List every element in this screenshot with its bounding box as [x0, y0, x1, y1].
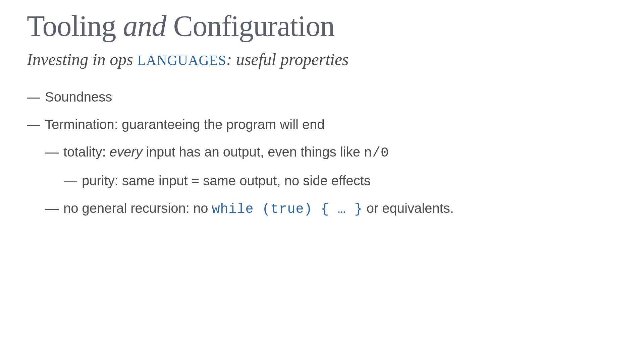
- dash-icon: —: [45, 143, 59, 161]
- slide: Tooling and Configuration Investing in o…: [0, 0, 644, 362]
- bullet-purity: — purity: same input = same output, no s…: [64, 172, 617, 190]
- dash-icon: —: [27, 88, 40, 106]
- bullet-no-recursion: — no general recursion: no while (true) …: [45, 199, 617, 219]
- code-n-div-0: n/0: [364, 145, 389, 161]
- dash-icon: —: [64, 172, 77, 190]
- subtitle-part2: : useful properties: [226, 50, 349, 69]
- bullet-text: Termination: guaranteeing the program wi…: [45, 115, 617, 133]
- slide-subtitle: Investing in ops languages: useful prope…: [27, 49, 617, 69]
- dash-icon: —: [27, 115, 40, 133]
- dash-icon: —: [45, 199, 59, 217]
- bullet-text: totality: every input has an output, eve…: [63, 143, 617, 162]
- recursion-pre: no general recursion: no: [63, 201, 212, 216]
- code-while-true: while (true) { … }: [212, 202, 363, 217]
- recursion-post: or equivalents.: [363, 201, 454, 216]
- totality-post: input has an output, even things like: [143, 144, 364, 159]
- subtitle-smallcaps: languages: [137, 53, 226, 68]
- bullet-termination: — Termination: guaranteeing the program …: [27, 115, 617, 133]
- bullet-text: purity: same input = same output, no sid…: [82, 172, 617, 190]
- bullet-text: Soundness: [45, 88, 617, 106]
- title-and: and: [116, 10, 173, 42]
- bullet-text: no general recursion: no while (true) { …: [63, 199, 617, 219]
- bullet-list: — Soundness — Termination: guaranteeing …: [27, 88, 617, 219]
- title-part2: Configuration: [173, 10, 335, 42]
- slide-title: Tooling and Configuration: [27, 10, 617, 43]
- totality-pre: totality:: [63, 144, 110, 159]
- bullet-totality: — totality: every input has an output, e…: [45, 143, 617, 162]
- title-part1: Tooling: [27, 10, 116, 42]
- bullet-soundness: — Soundness: [27, 88, 617, 106]
- totality-em: every: [110, 144, 143, 159]
- subtitle-part1: Investing in ops: [27, 50, 137, 69]
